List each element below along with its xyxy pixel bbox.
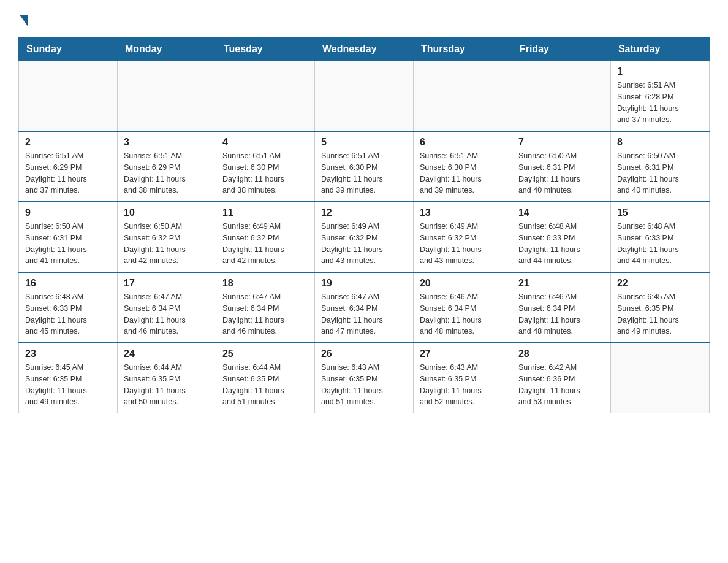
day-number: 19 (321, 278, 407, 289)
calendar-cell: 7Sunrise: 6:50 AM Sunset: 6:31 PM Daylig… (512, 131, 610, 202)
day-info: Sunrise: 6:49 AM Sunset: 6:32 PM Dayligh… (321, 221, 407, 267)
day-info: Sunrise: 6:45 AM Sunset: 6:35 PM Dayligh… (617, 291, 703, 337)
header-day-tuesday: Tuesday (216, 37, 314, 61)
day-number: 3 (124, 137, 210, 148)
day-info: Sunrise: 6:43 AM Sunset: 6:35 PM Dayligh… (420, 362, 506, 408)
day-info: Sunrise: 6:51 AM Sunset: 6:30 PM Dayligh… (321, 150, 407, 196)
header-day-monday: Monday (117, 37, 216, 61)
day-number: 4 (222, 137, 308, 148)
day-number: 21 (518, 278, 604, 289)
day-number: 7 (518, 137, 604, 148)
day-info: Sunrise: 6:44 AM Sunset: 6:35 PM Dayligh… (222, 362, 308, 408)
header-row: SundayMondayTuesdayWednesdayThursdayFrid… (19, 37, 710, 61)
day-number: 6 (420, 137, 506, 148)
logo-text (18, 12, 28, 27)
week-row-4: 16Sunrise: 6:48 AM Sunset: 6:33 PM Dayli… (19, 272, 710, 343)
calendar-cell (19, 61, 118, 132)
day-info: Sunrise: 6:47 AM Sunset: 6:34 PM Dayligh… (321, 291, 407, 337)
day-number: 2 (25, 137, 111, 148)
header-day-wednesday: Wednesday (314, 37, 413, 61)
calendar-cell: 28Sunrise: 6:42 AM Sunset: 6:36 PM Dayli… (512, 343, 610, 413)
day-number: 16 (25, 278, 111, 289)
header-day-thursday: Thursday (413, 37, 512, 61)
day-info: Sunrise: 6:51 AM Sunset: 6:29 PM Dayligh… (25, 150, 111, 196)
day-info: Sunrise: 6:43 AM Sunset: 6:35 PM Dayligh… (321, 362, 407, 408)
day-info: Sunrise: 6:51 AM Sunset: 6:28 PM Dayligh… (617, 80, 703, 126)
calendar-cell (413, 61, 512, 132)
calendar-cell: 23Sunrise: 6:45 AM Sunset: 6:35 PM Dayli… (19, 343, 118, 413)
calendar-cell (216, 61, 314, 132)
day-number: 24 (124, 348, 210, 359)
calendar-cell: 26Sunrise: 6:43 AM Sunset: 6:35 PM Dayli… (314, 343, 413, 413)
day-info: Sunrise: 6:47 AM Sunset: 6:34 PM Dayligh… (222, 291, 308, 337)
day-info: Sunrise: 6:48 AM Sunset: 6:33 PM Dayligh… (25, 291, 111, 337)
calendar-table: SundayMondayTuesdayWednesdayThursdayFrid… (18, 37, 710, 413)
logo (18, 12, 28, 25)
calendar-cell: 9Sunrise: 6:50 AM Sunset: 6:31 PM Daylig… (19, 202, 118, 272)
day-number: 10 (124, 207, 210, 218)
day-number: 14 (518, 207, 604, 218)
day-number: 25 (222, 348, 308, 359)
day-number: 22 (617, 278, 703, 289)
day-number: 12 (321, 207, 407, 218)
calendar-cell: 11Sunrise: 6:49 AM Sunset: 6:32 PM Dayli… (216, 202, 314, 272)
day-number: 23 (25, 348, 111, 359)
calendar-cell: 20Sunrise: 6:46 AM Sunset: 6:34 PM Dayli… (413, 272, 512, 343)
calendar-cell: 22Sunrise: 6:45 AM Sunset: 6:35 PM Dayli… (610, 272, 709, 343)
calendar-cell: 15Sunrise: 6:48 AM Sunset: 6:33 PM Dayli… (610, 202, 709, 272)
day-info: Sunrise: 6:44 AM Sunset: 6:35 PM Dayligh… (124, 362, 210, 408)
calendar-cell: 1Sunrise: 6:51 AM Sunset: 6:28 PM Daylig… (610, 61, 709, 132)
day-info: Sunrise: 6:48 AM Sunset: 6:33 PM Dayligh… (617, 221, 703, 267)
calendar-cell: 21Sunrise: 6:46 AM Sunset: 6:34 PM Dayli… (512, 272, 610, 343)
day-info: Sunrise: 6:42 AM Sunset: 6:36 PM Dayligh… (518, 362, 604, 408)
day-number: 11 (222, 207, 308, 218)
day-info: Sunrise: 6:51 AM Sunset: 6:29 PM Dayligh… (124, 150, 210, 196)
day-info: Sunrise: 6:49 AM Sunset: 6:32 PM Dayligh… (222, 221, 308, 267)
day-info: Sunrise: 6:51 AM Sunset: 6:30 PM Dayligh… (222, 150, 308, 196)
header-day-saturday: Saturday (610, 37, 709, 61)
day-number: 5 (321, 137, 407, 148)
week-row-1: 1Sunrise: 6:51 AM Sunset: 6:28 PM Daylig… (19, 61, 710, 132)
calendar-cell: 6Sunrise: 6:51 AM Sunset: 6:30 PM Daylig… (413, 131, 512, 202)
calendar-cell: 2Sunrise: 6:51 AM Sunset: 6:29 PM Daylig… (19, 131, 118, 202)
day-number: 26 (321, 348, 407, 359)
calendar-cell: 24Sunrise: 6:44 AM Sunset: 6:35 PM Dayli… (117, 343, 216, 413)
day-info: Sunrise: 6:50 AM Sunset: 6:31 PM Dayligh… (25, 221, 111, 267)
day-number: 13 (420, 207, 506, 218)
calendar-cell: 10Sunrise: 6:50 AM Sunset: 6:32 PM Dayli… (117, 202, 216, 272)
day-number: 15 (617, 207, 703, 218)
day-info: Sunrise: 6:47 AM Sunset: 6:34 PM Dayligh… (124, 291, 210, 337)
day-number: 8 (617, 137, 703, 148)
calendar-cell: 4Sunrise: 6:51 AM Sunset: 6:30 PM Daylig… (216, 131, 314, 202)
calendar-cell (314, 61, 413, 132)
calendar-cell: 13Sunrise: 6:49 AM Sunset: 6:32 PM Dayli… (413, 202, 512, 272)
day-number: 20 (420, 278, 506, 289)
day-info: Sunrise: 6:51 AM Sunset: 6:30 PM Dayligh… (420, 150, 506, 196)
day-info: Sunrise: 6:46 AM Sunset: 6:34 PM Dayligh… (518, 291, 604, 337)
header-day-sunday: Sunday (19, 37, 118, 61)
day-number: 1 (617, 66, 703, 77)
day-number: 9 (25, 207, 111, 218)
calendar-cell (117, 61, 216, 132)
page-header (18, 12, 710, 25)
week-row-2: 2Sunrise: 6:51 AM Sunset: 6:29 PM Daylig… (19, 131, 710, 202)
calendar-cell: 14Sunrise: 6:48 AM Sunset: 6:33 PM Dayli… (512, 202, 610, 272)
day-number: 28 (518, 348, 604, 359)
calendar-cell: 19Sunrise: 6:47 AM Sunset: 6:34 PM Dayli… (314, 272, 413, 343)
day-info: Sunrise: 6:50 AM Sunset: 6:32 PM Dayligh… (124, 221, 210, 267)
calendar-cell: 27Sunrise: 6:43 AM Sunset: 6:35 PM Dayli… (413, 343, 512, 413)
calendar-cell: 17Sunrise: 6:47 AM Sunset: 6:34 PM Dayli… (117, 272, 216, 343)
day-info: Sunrise: 6:49 AM Sunset: 6:32 PM Dayligh… (420, 221, 506, 267)
header-day-friday: Friday (512, 37, 610, 61)
calendar-cell: 8Sunrise: 6:50 AM Sunset: 6:31 PM Daylig… (610, 131, 709, 202)
calendar-cell (610, 343, 709, 413)
day-info: Sunrise: 6:50 AM Sunset: 6:31 PM Dayligh… (617, 150, 703, 196)
day-info: Sunrise: 6:45 AM Sunset: 6:35 PM Dayligh… (25, 362, 111, 408)
week-row-5: 23Sunrise: 6:45 AM Sunset: 6:35 PM Dayli… (19, 343, 710, 413)
week-row-3: 9Sunrise: 6:50 AM Sunset: 6:31 PM Daylig… (19, 202, 710, 272)
calendar-cell: 18Sunrise: 6:47 AM Sunset: 6:34 PM Dayli… (216, 272, 314, 343)
day-number: 27 (420, 348, 506, 359)
logo-arrow-icon (20, 15, 28, 27)
day-info: Sunrise: 6:48 AM Sunset: 6:33 PM Dayligh… (518, 221, 604, 267)
calendar-cell (512, 61, 610, 132)
